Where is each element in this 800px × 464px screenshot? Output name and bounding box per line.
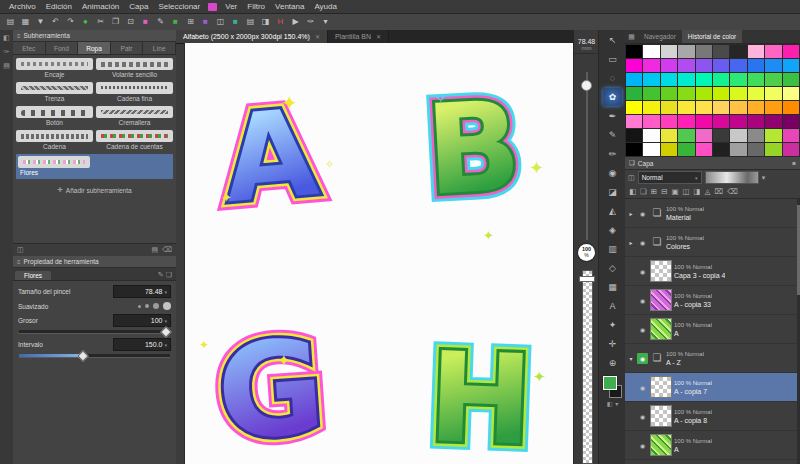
color-swatch[interactable] <box>626 143 642 156</box>
visibility-icon[interactable]: ◉ <box>637 440 648 451</box>
color-swatch[interactable] <box>748 59 764 72</box>
expand-icon[interactable]: ▸ <box>627 210 635 217</box>
save-icon[interactable]: ▼ <box>34 15 47 28</box>
color-swatch[interactable] <box>748 115 764 128</box>
open-file-icon[interactable]: ▦ <box>19 15 32 28</box>
record-icon[interactable]: ● <box>79 15 92 28</box>
visibility-icon[interactable]: ◉ <box>637 237 648 248</box>
color-swatch[interactable] <box>678 115 694 128</box>
color-swatch[interactable] <box>730 129 746 142</box>
color-swatch[interactable] <box>783 59 799 72</box>
pen-settings-icon[interactable]: ✑ <box>304 15 317 28</box>
paste-icon[interactable]: ⊡ <box>124 15 137 28</box>
color-swatch[interactable] <box>643 101 659 114</box>
color-swatch[interactable] <box>713 101 729 114</box>
redo-icon[interactable]: ↷ <box>64 15 77 28</box>
thickness-input[interactable]: 100 ▾ <box>113 314 171 327</box>
color-swatch[interactable] <box>765 101 781 114</box>
eraser-tool-icon[interactable]: ◪ <box>603 183 622 201</box>
chevron-down-icon[interactable]: ▾ <box>615 400 618 407</box>
color-swatch[interactable] <box>643 45 659 58</box>
gradient-tool-icon[interactable]: ▥ <box>603 240 622 258</box>
chevron-down-icon[interactable]: ▾ <box>762 174 766 182</box>
color-swatch[interactable] <box>661 101 677 114</box>
color-swatch[interactable] <box>765 87 781 100</box>
color-swatch[interactable] <box>730 45 746 58</box>
visibility-icon[interactable]: ◉ <box>637 324 648 335</box>
layer-row[interactable]: ◉100 % NormalA <box>625 431 797 460</box>
merge-down-icon[interactable]: ⊟ <box>661 187 667 196</box>
undo-icon[interactable]: ↶ <box>49 15 62 28</box>
subtool-item[interactable]: Cadena de cuentas <box>96 130 173 151</box>
lasso-tool-icon[interactable]: ◌ <box>603 69 622 87</box>
color-swatch[interactable] <box>713 87 729 100</box>
color-swatch[interactable] <box>626 101 642 114</box>
color-swatch[interactable] <box>765 143 781 156</box>
color-swatch[interactable] <box>626 59 642 72</box>
color-swatch[interactable] <box>643 59 659 72</box>
color-swatch[interactable] <box>783 73 799 86</box>
color-swatch[interactable] <box>678 143 694 156</box>
color-swatch[interactable] <box>678 59 694 72</box>
color-swatch[interactable] <box>730 73 746 86</box>
color-swatch[interactable] <box>696 59 712 72</box>
color-swatch[interactable] <box>661 59 677 72</box>
color-swatch[interactable] <box>696 87 712 100</box>
color-swatch[interactable] <box>765 115 781 128</box>
lock-layer-icon[interactable]: ◨ <box>694 187 701 196</box>
purple-swatch-icon[interactable]: ■ <box>199 15 212 28</box>
combine-mode-icon[interactable]: ◫ <box>628 174 635 182</box>
color-swatch[interactable] <box>748 129 764 142</box>
play-icon[interactable]: ▶ <box>289 15 302 28</box>
subtool-item[interactable]: Flores <box>16 154 173 179</box>
clear-layer-icon[interactable]: ⌧ <box>714 187 723 196</box>
subtool-item[interactable]: Cadena <box>16 130 93 151</box>
subtool-tab-ropa[interactable]: Ropa <box>78 42 111 54</box>
layer-row[interactable]: ◉100 % NormalA <box>625 315 797 344</box>
menu-item-ventana[interactable]: Ventana <box>270 2 309 11</box>
palette-grid-icon[interactable]: ▦ <box>625 33 638 41</box>
eyedropper-tool-icon[interactable]: ✛ <box>603 335 622 353</box>
color-swatch[interactable] <box>765 129 781 142</box>
dropdown-icon[interactable]: ▾ <box>319 15 332 28</box>
brush-icon[interactable]: ✎ <box>154 15 167 28</box>
pencil-tool-icon[interactable]: ✎ <box>603 126 622 144</box>
color-swatch[interactable] <box>748 143 764 156</box>
color-swatch[interactable] <box>783 45 799 58</box>
color-swatch[interactable] <box>678 129 694 142</box>
subtool-item[interactable]: Cremallera <box>96 106 173 127</box>
color-swatch[interactable] <box>696 45 712 58</box>
color-swatch[interactable] <box>661 129 677 142</box>
subtool-tab-efec[interactable]: Efec <box>13 42 46 54</box>
grid-icon[interactable]: ⊞ <box>184 15 197 28</box>
smoothing-dot[interactable] <box>145 304 149 308</box>
subtool-item[interactable]: Encaje <box>16 58 93 79</box>
color-swatch[interactable] <box>643 73 659 86</box>
color-swatch[interactable] <box>730 87 746 100</box>
menu-item-edición[interactable]: Edición <box>41 2 77 11</box>
smoothing-dot[interactable] <box>138 305 141 308</box>
layer-row[interactable]: ▾◉❏100 % NormalA - Z <box>625 344 797 373</box>
color-swatch[interactable] <box>696 115 712 128</box>
fill-tool-icon[interactable]: ◈ <box>603 221 622 239</box>
document-tab-alfabeto[interactable]: Alfabeto (2500 x 2000px 300dpi 150.4%) ✕ <box>176 30 328 43</box>
layer-row[interactable]: ◉100 % NormalA - copia 8 <box>625 402 797 431</box>
menu-item-filtro[interactable]: Filtro <box>242 2 270 11</box>
menu-item-capa[interactable]: Capa <box>124 2 153 11</box>
color-swatch[interactable] <box>643 143 659 156</box>
blend-tool-icon[interactable]: ◭ <box>603 202 622 220</box>
cut-icon[interactable]: ✂ <box>94 15 107 28</box>
frame-icon[interactable]: ◫ <box>214 15 227 28</box>
color-swatch[interactable] <box>748 101 764 114</box>
color-swatch[interactable] <box>626 129 642 142</box>
brush-size-slider[interactable] <box>586 72 588 240</box>
subtool-item[interactable]: Trenza <box>16 82 93 103</box>
color-swatch[interactable] <box>696 129 712 142</box>
expand-icon[interactable]: ▾ <box>627 355 635 362</box>
move-tool-icon[interactable]: ↖ <box>603 31 622 49</box>
lock-alpha-icon[interactable]: ◬ <box>705 187 711 196</box>
visibility-icon[interactable]: ◉ <box>637 411 648 422</box>
color-swatch[interactable] <box>678 45 694 58</box>
thickness-slider[interactable] <box>13 327 176 334</box>
rows-icon[interactable]: ▤ <box>244 15 257 28</box>
